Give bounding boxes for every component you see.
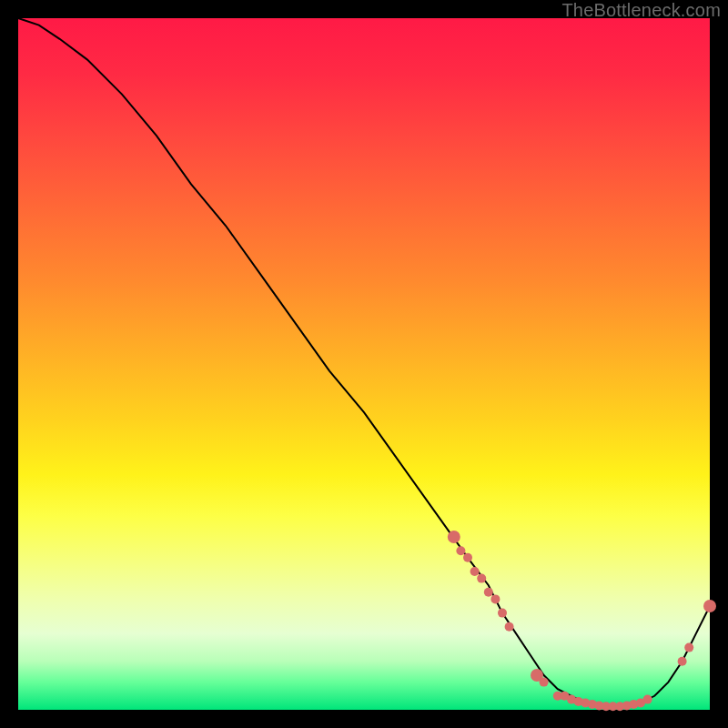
data-point bbox=[643, 695, 652, 704]
data-point bbox=[470, 567, 480, 576]
data-point bbox=[498, 609, 507, 618]
highlight-points bbox=[448, 531, 716, 711]
data-point bbox=[456, 546, 465, 555]
data-point bbox=[684, 643, 693, 652]
data-point bbox=[477, 574, 486, 583]
data-point bbox=[505, 622, 514, 632]
data-point bbox=[484, 588, 493, 597]
data-point bbox=[463, 553, 472, 562]
data-point bbox=[490, 594, 500, 603]
data-point bbox=[678, 657, 687, 666]
chart-stage: TheBottleneck.com bbox=[0, 0, 728, 728]
data-point bbox=[448, 531, 460, 543]
bottleneck-curve bbox=[18, 18, 710, 706]
data-point bbox=[540, 678, 549, 687]
curve-svg bbox=[18, 18, 710, 710]
plot-area bbox=[18, 18, 710, 710]
data-point bbox=[703, 600, 716, 612]
